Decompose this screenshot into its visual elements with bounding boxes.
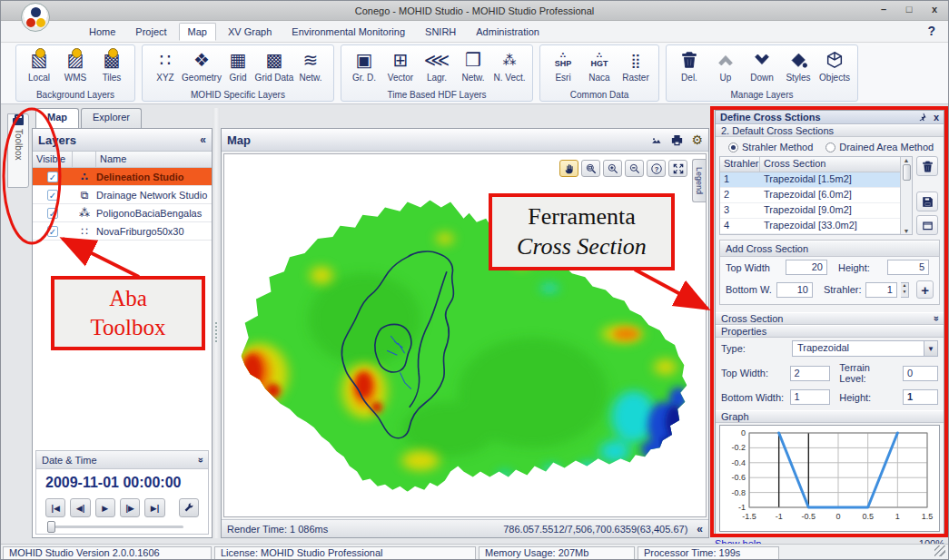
export-image-icon[interactable]: [649, 133, 663, 147]
strahler-field[interactable]: 1: [865, 282, 897, 298]
pan-hand-button[interactable]: [559, 160, 578, 177]
visibility-checkbox[interactable]: ✓: [47, 226, 58, 237]
ribbon-button-xyz[interactable]: ∷ XYZ: [148, 48, 183, 83]
time-settings-button[interactable]: [179, 498, 199, 517]
save-cross-sections-button[interactable]: [916, 192, 938, 211]
maximize-button[interactable]: □: [901, 4, 917, 15]
ribbon-button-local[interactable]: ▧ Local: [22, 48, 56, 83]
skip-end-button[interactable]: ▶|: [144, 498, 164, 517]
menu-xv-graph[interactable]: XV Graph: [220, 24, 280, 40]
apply-window-button[interactable]: [916, 215, 938, 235]
add-cross-section-button[interactable]: +: [916, 280, 934, 299]
ribbon-button-grid[interactable]: ▦ Grid: [221, 48, 255, 83]
close-button[interactable]: x: [926, 4, 943, 15]
ribbon-button-vector[interactable]: ⊞ Vector: [383, 48, 418, 83]
ribbon-button-lagrangian[interactable]: ⋘ Lagr.: [420, 48, 454, 83]
menu-administration[interactable]: Administration: [468, 24, 548, 40]
strahler-method-radio[interactable]: Strahler Method: [728, 142, 813, 152]
type-dropdown[interactable]: Trapezoidal ▼: [792, 340, 938, 357]
ribbon-button-network-vector[interactable]: ⁂ N. Vect.: [492, 48, 527, 83]
table-row[interactable]: 3 Trapezoidal [9.0m2]: [720, 203, 900, 219]
identify-help-button[interactable]: [647, 160, 666, 177]
ribbon-button-grid-data-hdf[interactable]: ▣ Gr. D.: [347, 48, 381, 83]
toolbox-dock-tab[interactable]: Toolbox: [7, 113, 29, 188]
table-scrollbar[interactable]: ▲ ▼: [900, 157, 912, 234]
ribbon-button-up[interactable]: Up: [708, 48, 743, 83]
menu-map[interactable]: Map: [179, 23, 216, 41]
ribbon-button-network[interactable]: ≋ Netw.: [293, 48, 328, 83]
close-panel-icon[interactable]: x: [934, 112, 939, 123]
minimize-button[interactable]: –: [875, 4, 892, 15]
play-button[interactable]: ▶: [95, 498, 115, 517]
ribbon-button-geometry[interactable]: ❖ Geometry: [184, 48, 219, 83]
stepper-down-icon[interactable]: ▼: [901, 290, 908, 297]
zoom-out-button[interactable]: [625, 160, 644, 177]
time-slider[interactable]: [47, 526, 183, 528]
zoom-in-button[interactable]: [603, 160, 622, 177]
height-label: Height:: [838, 262, 884, 273]
printer-icon[interactable]: [670, 133, 684, 147]
skip-start-button[interactable]: |◀: [45, 498, 65, 517]
table-row[interactable]: 1 Trapezoidal [1.5m2]: [720, 172, 900, 188]
scroll-up-icon[interactable]: ▲: [904, 157, 910, 163]
layer-row-delineation-studio[interactable]: ✓ ∴ Delineation Studio: [33, 168, 212, 186]
step-back-button[interactable]: ◀|: [70, 498, 90, 517]
top-width-field[interactable]: 20: [786, 260, 827, 275]
window-icon: [921, 219, 934, 232]
help-icon[interactable]: ?: [927, 24, 935, 38]
ribbon-button-network-hdf[interactable]: ❒ Netw.: [456, 48, 490, 83]
button-label: Styles: [786, 73, 810, 83]
ribbon-button-naca[interactable]: HGT Naca: [582, 48, 617, 83]
ribbon-button-styles[interactable]: Styles: [781, 48, 816, 83]
visibility-checkbox[interactable]: ✓: [47, 190, 58, 201]
collapse-statusbar-icon[interactable]: «: [697, 523, 703, 535]
panel-splitter[interactable]: [213, 108, 220, 538]
layer-row-poligono-bacia-bengalas[interactable]: ✓ ⁂ PoligonoBaciaBengalas: [33, 204, 212, 222]
layer-row-novafriburgo[interactable]: ✓ ∷ NovaFriburgo50x30: [33, 222, 212, 241]
ribbon-button-objects[interactable]: Objects: [817, 48, 852, 83]
visibility-checkbox[interactable]: ✓: [47, 172, 58, 182]
height-field[interactable]: 5: [887, 260, 929, 275]
delete-cross-section-button[interactable]: [916, 156, 938, 176]
resize-grip[interactable]: [934, 545, 945, 556]
tab-map[interactable]: Map: [35, 108, 79, 128]
scroll-thumb[interactable]: [903, 164, 911, 181]
scroll-down-icon[interactable]: ▼: [904, 228, 910, 234]
prop-bottom-width-field[interactable]: 1: [790, 389, 831, 405]
ribbon-button-delete[interactable]: Del.: [672, 48, 707, 83]
prop-top-width-field[interactable]: 2: [790, 366, 831, 381]
bottom-width-field[interactable]: 10: [776, 282, 813, 298]
add-cross-section-group: Add Cross Section Top Width 20 Height: 5…: [719, 240, 940, 305]
lagrangian-icon: ⋘: [424, 48, 450, 72]
zoom-window-button[interactable]: [581, 160, 600, 177]
status-processor: Processor Time: 199s: [638, 546, 779, 560]
tab-explorer[interactable]: Explorer: [81, 108, 142, 128]
ribbon-button-raster[interactable]: ⣿ Raster: [618, 48, 653, 83]
menu-environmental-monitoring[interactable]: Environmental Monitoring: [283, 24, 413, 40]
ribbon-button-grid-data[interactable]: ▩ Grid Data: [257, 48, 292, 83]
slider-thumb[interactable]: [47, 521, 55, 533]
menu-project[interactable]: Project: [127, 24, 174, 40]
collapse-section-icon[interactable]: «: [930, 316, 941, 321]
collapse-panel-icon[interactable]: «: [200, 133, 206, 146]
strahler-stepper[interactable]: ▲▼: [901, 282, 909, 298]
prop-height-field[interactable]: 1: [903, 389, 938, 405]
gear-icon[interactable]: ⚙: [691, 133, 703, 147]
table-row[interactable]: 2 Trapezoidal [6.0m2]: [720, 188, 900, 203]
ribbon-button-down[interactable]: Down: [745, 48, 779, 83]
drained-area-method-radio[interactable]: Drained Area Method: [825, 142, 934, 152]
layer-row-drainage-network-studio[interactable]: ✓ ⧉ Drainage Network Studio: [33, 186, 212, 204]
ribbon-button-tiles[interactable]: ▩ Tiles: [94, 48, 129, 83]
ribbon-button-esri[interactable]: SHP Esri: [546, 48, 580, 83]
table-row[interactable]: 4 Trapezoidal [33.0m2]: [720, 219, 900, 234]
menu-snirh[interactable]: SNIRH: [417, 24, 464, 40]
collapse-section-icon[interactable]: «: [194, 457, 205, 462]
legend-flyout-tab[interactable]: Legend: [692, 159, 706, 202]
menu-home[interactable]: Home: [81, 24, 124, 40]
visibility-checkbox[interactable]: ✓: [47, 208, 58, 219]
step-forward-button[interactable]: |▶: [120, 498, 140, 517]
ribbon-button-wms[interactable]: ▨ WMS: [58, 48, 93, 83]
pin-icon[interactable]: [916, 112, 927, 123]
terrain-level-field[interactable]: 0: [903, 366, 938, 381]
full-extent-button[interactable]: [668, 160, 687, 177]
